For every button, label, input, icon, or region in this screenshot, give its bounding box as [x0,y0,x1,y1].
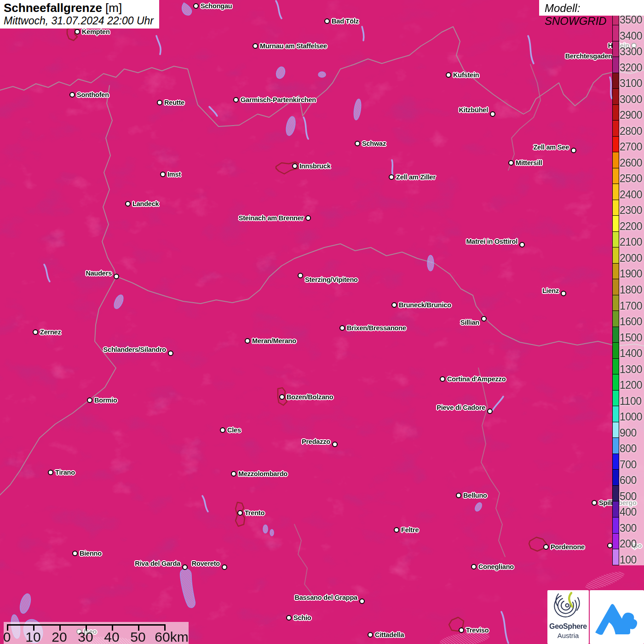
scale-number: 50 [130,629,145,644]
colorbar-segment [613,327,619,343]
colorbar-tick-label: 1100 [620,396,641,407]
city-label: Zernez [40,328,61,336]
colorbar-tick-label: 1700 [620,300,642,311]
city-dot [298,273,303,278]
colorbar-tick-label: 3200 [620,62,642,73]
colorbar-segment [613,422,619,438]
city-label: Zell am Ziller [396,173,436,181]
partner-logo-tile [590,590,644,644]
city-dot [231,471,236,477]
city-dot [69,92,75,98]
colorbar-tick-label: 2200 [620,221,642,232]
colorbar-segment [613,105,619,121]
city-label: Pordenone [551,543,585,551]
city-label: Pieve di Cadore [437,404,485,411]
city-dot [368,632,373,638]
city-label: Lienz [542,287,559,294]
colorbar-tick-label: 1000 [620,411,642,422]
colorbar-segment [613,470,619,486]
colorbar-segment [613,168,619,184]
city-dot [355,141,360,146]
colorbar-segment [613,359,619,375]
city-dot [33,329,38,335]
colorbar-segment [613,200,619,216]
colorbar-tick-label: 2600 [620,157,642,168]
city-label: Nauders [86,270,112,277]
city-dot [220,427,225,433]
city-dot [471,564,477,569]
colorbar [612,15,619,565]
city-dot [519,242,525,247]
city-dot [607,543,613,548]
colorbar-segment [613,454,619,470]
city-dot [487,408,493,414]
colorbar-tick-label: 1500 [620,332,642,343]
city-dot [182,564,188,570]
colorbar-segment [613,311,619,327]
city-dot [389,174,394,180]
colorbar-tick-label: 900 [620,427,637,438]
city-label: Meran/Merano [252,337,296,345]
city-dot [394,527,399,533]
city-label: Reutte [164,99,184,106]
model-label: Modell: SNOWGRID [539,0,644,16]
city-label: Cles [227,426,241,434]
city-label: Riva del Garda [135,560,180,567]
colorbar-tick-label: 700 [620,459,637,470]
colorbar-tick-label: 1900 [620,268,642,279]
colorbar-tick-label: 100 [620,554,637,565]
city-label: Schwaz [362,140,386,147]
city-dot [305,215,311,221]
city-label: Feltre [401,526,419,534]
city-dot [359,598,365,604]
colorbar-tick-label: 1300 [620,364,642,375]
city-dot [508,160,514,166]
city-label: Imst [167,171,181,178]
colorbar-segment [613,247,619,264]
city-dot [160,172,166,177]
colorbar-tick-label: 2400 [620,189,642,200]
city-label: Garmisch-Partenkirchen [241,96,316,104]
city-label: Rovereto [192,560,220,567]
city-dot [481,316,487,322]
city-dot [324,18,330,24]
city-dot [253,43,258,49]
city-dot [456,493,461,498]
colorbar-segment [613,57,619,73]
scale-number: 40 [104,629,119,644]
city-dot [490,111,495,117]
city-label: Landeck [132,200,159,207]
city-dot [459,627,464,633]
title-datetime: Mittwoch, 31.07.2024 22:00 Uhr [4,15,159,27]
scale-number: 10 [25,629,40,644]
colorbar-segment [613,501,619,518]
colorbar-segment [613,16,619,25]
scale-number: 60km [155,629,188,644]
page-title: Schneefallgrenze [m] [4,1,159,15]
city-label: Zell am See [533,144,569,151]
colorbar-segment [613,137,619,153]
city-label: Innsbruck [299,162,331,170]
colorbar-segment [613,41,619,58]
city-label: Sonthofen [77,91,109,98]
colorbar-tick-label: 200 [620,538,637,549]
city-dot [339,325,345,331]
colorbar-tick-label: 800 [620,443,637,454]
city-label: Bad Tölz [332,17,359,25]
city-label: Predazzo [302,438,330,445]
city-dot [114,274,119,279]
colorbar-tick-label: 2300 [620,205,642,216]
city-dot [446,72,451,78]
colorbar-segment [613,121,619,137]
colorbar-segment [613,518,619,534]
city-label: Treviso [466,627,489,634]
colorbar-tick-label: 3400 [620,30,642,41]
colorbar-tick-label: 1400 [620,348,642,359]
city-label: Cortina d'Ampezzo [447,375,506,383]
city-label: Belluno [463,492,487,499]
colorbar-tick-label: 1600 [620,316,642,327]
colorbar-segment [613,232,619,248]
city-dot [48,470,53,475]
colorbar-segment [613,73,619,89]
colorbar-segment [613,549,619,565]
